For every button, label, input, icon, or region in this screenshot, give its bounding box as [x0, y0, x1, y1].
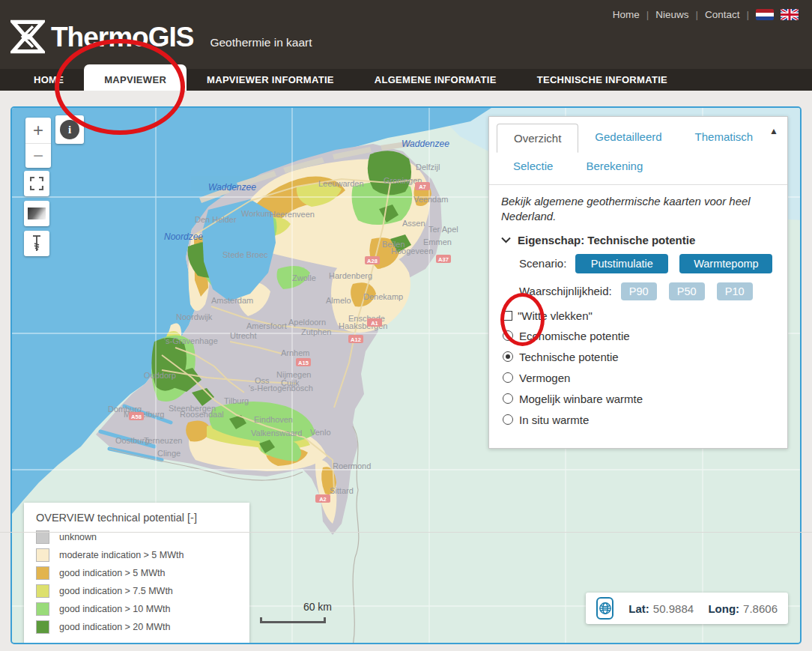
checkbox-label: "Witte vlekken" — [518, 309, 593, 322]
legend-label: good indication > 5 MWth — [59, 568, 165, 578]
thermogis-logo-icon[interactable] — [10, 19, 45, 54]
info-button[interactable]: i — [55, 115, 84, 144]
radio-label: Economische potentie — [519, 330, 630, 342]
legend-swatch — [36, 602, 49, 616]
collapse-panel-icon[interactable]: ▲ — [769, 126, 778, 136]
city-label: Amsterdam — [211, 296, 253, 305]
coordinate-bar: Lat: 50.9884 Long: 7.8606 — [586, 593, 788, 624]
radio-label: Mogelijk winbare warmte — [519, 393, 643, 405]
legend-label: unknown — [59, 532, 97, 542]
radio-icon[interactable] — [503, 414, 513, 425]
city-label: Leeuwarden — [318, 179, 364, 188]
city-label: Noordwijk — [176, 312, 213, 321]
netherlands-flag-icon[interactable] — [756, 9, 774, 20]
legend-item: good indication > 5 MWth — [36, 566, 239, 580]
scale-label: 60 km — [303, 601, 332, 613]
nav-tab-technische-informatie[interactable]: TECHNISCHE INFORMATIE — [517, 69, 688, 91]
panel-tabs-row1: OverzichtGedetailleerdThematisch — [489, 117, 787, 152]
radio-icon[interactable] — [503, 393, 513, 404]
zoom-control-group: + − — [25, 118, 51, 168]
nav-tab-algemene-informatie[interactable]: ALGEMENE INFORMATIE — [354, 69, 517, 91]
scale-bar: 60 km — [260, 601, 332, 623]
header-link-contact[interactable]: Contact — [705, 9, 740, 20]
radio-row-in-situ-warmte[interactable]: In situ warmte — [503, 414, 775, 426]
city-label: Tilburg — [224, 396, 249, 405]
fullscreen-button[interactable] — [24, 171, 49, 196]
legend-swatch — [36, 566, 49, 580]
radio-row-economische-potentie[interactable]: Economische potentie — [503, 330, 775, 342]
radio-label: In situ warmte — [519, 414, 589, 426]
sea-label: Waddenzee — [208, 182, 256, 193]
scenario-button-putstimulatie[interactable]: Putstimulatie — [575, 254, 668, 273]
tab-berekening[interactable]: Berekening — [569, 152, 659, 180]
nav-tab-mapviewer-informatie[interactable]: MAPVIEWER INFORMATIE — [187, 69, 354, 91]
tab-overzicht[interactable]: Overzicht — [497, 124, 578, 153]
link-separator: | — [646, 9, 649, 20]
globe-icon[interactable] — [596, 597, 613, 620]
city-label: 's-Hertogenbosch — [249, 384, 313, 393]
radio-row-mogelijk-winbare-warmte[interactable]: Mogelijk winbare warmte — [503, 393, 775, 405]
header: Home|Nieuws|Contact| ThermoGIS Geothermi… — [0, 0, 812, 69]
city-label: Roosendaal — [180, 410, 224, 419]
city-label: Arnhem — [281, 348, 310, 357]
radio-row-technische-potentie[interactable]: Technische potentie — [503, 351, 775, 363]
witte-vlekken-checkbox-row[interactable]: "Witte vlekken" — [503, 309, 775, 322]
city-label: Eindhoven — [254, 415, 293, 424]
legend-label: good indication > 10 MWth — [59, 604, 170, 614]
radio-label: Vermogen — [519, 372, 570, 384]
city-label: Stede Broec — [222, 250, 268, 259]
city-label: Amersfoort — [246, 321, 287, 330]
probability-button-p90[interactable]: P90 — [621, 282, 657, 300]
city-label: Zutphen — [301, 327, 331, 336]
info-icon: i — [60, 120, 79, 139]
legend-label: good indication > 7.5 MWth — [59, 586, 173, 596]
road-shield-label: A7 — [419, 184, 426, 190]
probability-label: Waarschijnlijkheid: — [519, 285, 612, 297]
city-label: Sittard — [330, 486, 354, 495]
probability-button-p10[interactable]: P10 — [717, 282, 753, 300]
link-separator: | — [746, 9, 749, 20]
road-shield-label: A15 — [298, 360, 309, 366]
uk-flag-icon[interactable] — [781, 9, 799, 20]
radio-selected-icon[interactable] — [503, 351, 513, 362]
header-link-nieuws[interactable]: Nieuws — [655, 9, 688, 20]
basemap-thumbnail-icon — [28, 208, 46, 219]
radio-icon[interactable] — [503, 330, 513, 341]
radio-row-vermogen[interactable]: Vermogen — [503, 372, 775, 384]
scenario-button-warmtepomp[interactable]: Warmtepomp — [679, 254, 772, 273]
logo-text[interactable]: ThermoGIS — [51, 21, 193, 54]
legend-item: good indication > 7.5 MWth — [36, 584, 239, 598]
nav-tab-home[interactable]: HOME — [13, 69, 84, 91]
zoom-out-button[interactable]: − — [25, 143, 51, 169]
radio-label: Technische potentie — [519, 351, 619, 363]
city-label: Den Helder — [195, 215, 237, 224]
nav-tab-mapviewer[interactable]: MAPVIEWER — [84, 64, 187, 91]
panel-tabs-row2: SelectieBerekening — [489, 152, 787, 180]
main-nav: HOMEMAPVIEWERMAPVIEWER INFORMATIEALGEMEN… — [0, 69, 812, 91]
city-label: Delfzijl — [416, 163, 440, 172]
basemap-toggle-button[interactable] — [24, 201, 49, 226]
long-value: 7.8606 — [743, 602, 778, 615]
legend-swatch — [36, 548, 49, 562]
city-label: Emmen — [423, 237, 452, 246]
legend-title: OVERVIEW technical potential [-] — [36, 512, 239, 524]
page-divider — [0, 532, 812, 533]
drill-tool-button[interactable] — [24, 231, 49, 256]
tab-selectie[interactable]: Selectie — [497, 152, 569, 180]
section-header[interactable]: Eigenschap: Technische potentie — [501, 234, 775, 246]
tab-thematisch[interactable]: Thematisch — [679, 123, 770, 152]
city-label: Hardenberg — [329, 271, 372, 280]
map-legend: OVERVIEW technical potential [-] unknown… — [24, 503, 249, 644]
tab-gedetailleerd[interactable]: Gedetailleerd — [578, 123, 678, 152]
zoom-in-button[interactable]: + — [25, 118, 51, 143]
checkbox-unchecked[interactable] — [503, 311, 512, 321]
header-link-home[interactable]: Home — [613, 9, 640, 20]
lat-value: 50.9884 — [653, 602, 694, 615]
tagline: Geothermie in kaart — [210, 36, 312, 49]
probability-button-p50[interactable]: P50 — [669, 282, 705, 300]
long-label: Long: — [708, 602, 739, 615]
radio-icon[interactable] — [503, 372, 513, 383]
legend-item: good indication > 20 MWth — [36, 620, 239, 634]
city-label: Venlo — [310, 428, 331, 437]
map-viewport[interactable]: NoordzeeWaddenzeeWaddenzeeDen HelderWork… — [10, 106, 802, 644]
